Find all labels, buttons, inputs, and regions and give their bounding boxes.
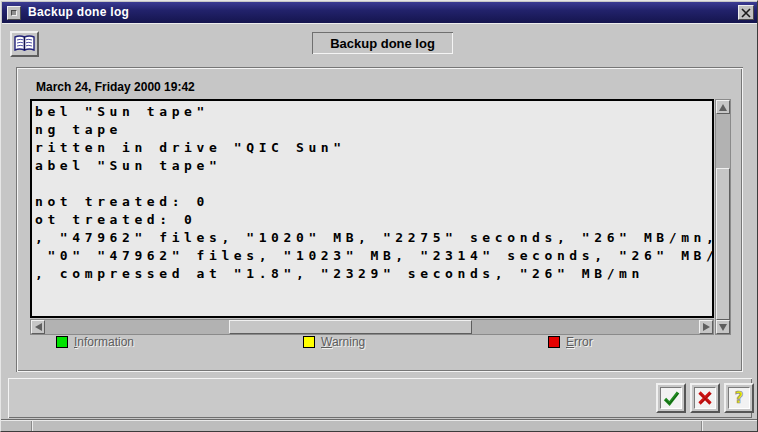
dialog-heading: Backup done log (312, 32, 453, 54)
legend-item-error: Error (548, 335, 593, 349)
window-title: Backup done log (28, 5, 129, 19)
legend-item-warning: Warning (303, 335, 365, 349)
close-icon (741, 8, 751, 18)
legend-label-warning: Warning (321, 335, 365, 349)
information-color-swatch (56, 336, 68, 348)
log-line: ng tape (35, 121, 712, 139)
legend-label-information: Information (74, 335, 134, 349)
button-bar: ? (8, 378, 752, 418)
log-lines: bel "Sun tape" ng tape ritten in drive "… (32, 101, 712, 283)
error-color-swatch (548, 336, 560, 348)
log-line: ritten in drive "QIC Sun" (35, 139, 712, 157)
ok-button[interactable] (656, 383, 686, 413)
scroll-right-button[interactable] (699, 320, 713, 334)
log-line: abel "Sun tape" (35, 157, 712, 175)
log-line: not treated: 0 (35, 193, 712, 211)
cancel-button-face (694, 387, 716, 409)
severity-legend: Information Warning Error (16, 335, 743, 355)
svg-text:?: ? (735, 389, 744, 407)
vertical-scrollbar[interactable] (715, 99, 731, 335)
cancel-button[interactable] (690, 383, 720, 413)
status-divider (701, 421, 702, 432)
log-line: , "47962" files, "1020" MB, "2275" secon… (35, 229, 712, 247)
scroll-up-button[interactable] (716, 100, 730, 114)
warning-color-swatch (303, 336, 315, 348)
status-divider (31, 421, 32, 432)
legend-label-error: Error (566, 335, 593, 349)
checkmark-icon (663, 390, 680, 406)
log-book-button[interactable] (10, 31, 39, 57)
arrow-down-icon (719, 324, 727, 331)
log-line: bel "Sun tape" (35, 103, 712, 121)
backup-done-log-window: Backup done log Backup done log March 24… (0, 0, 758, 432)
help-button[interactable]: ? (724, 383, 754, 413)
scroll-down-button[interactable] (716, 320, 730, 334)
log-panel: March 24, Friday 2000 19:42 bel "Sun tap… (16, 67, 743, 372)
cross-icon (697, 390, 713, 406)
log-line (35, 175, 712, 193)
log-line: , compressed at "1.8", "2329" seconds, "… (35, 265, 712, 283)
log-line: "0" "47962" files, "1023" MB, "2314" sec… (35, 247, 712, 265)
system-menu-button[interactable] (7, 6, 21, 20)
horizontal-scrollbar[interactable] (30, 319, 714, 335)
toolbar: Backup done log (2, 23, 758, 66)
arrow-right-icon (703, 323, 710, 331)
legend-item-information: Information (56, 335, 134, 349)
scroll-left-button[interactable] (31, 320, 45, 334)
open-book-icon (14, 35, 35, 53)
close-button[interactable] (738, 5, 754, 20)
log-timestamp: March 24, Friday 2000 19:42 (36, 80, 195, 94)
arrow-left-icon (35, 323, 42, 331)
arrow-up-icon (719, 104, 727, 111)
help-button-face: ? (728, 387, 750, 409)
ok-button-face (660, 387, 682, 409)
status-bar (1, 419, 758, 432)
question-mark-icon: ? (731, 389, 747, 407)
titlebar[interactable]: Backup done log (2, 2, 758, 23)
system-menu-icon (11, 10, 17, 16)
vertical-scrollbar-thumb[interactable] (716, 168, 730, 320)
log-text-area[interactable]: bel "Sun tape" ng tape ritten in drive "… (30, 99, 714, 318)
log-line: ot treated: 0 (35, 211, 712, 229)
horizontal-scrollbar-thumb[interactable] (229, 320, 472, 334)
